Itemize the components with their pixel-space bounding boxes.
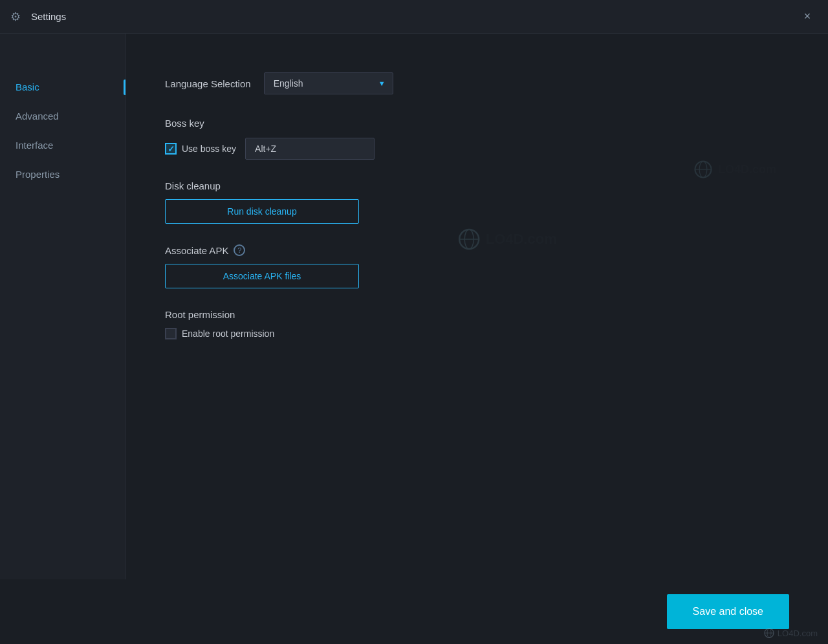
language-select-wrapper: English Chinese Spanish French German Ja… <box>264 72 393 94</box>
content-area: Language Selection English Chinese Spani… <box>126 34 828 644</box>
root-permission-checkbox[interactable] <box>165 328 177 339</box>
boss-key-title: Boss key <box>165 118 204 129</box>
svg-point-4 <box>699 162 707 178</box>
language-row: Language Selection English Chinese Spani… <box>165 72 789 94</box>
root-permission-title: Root permission <box>165 309 789 320</box>
associate-apk-button[interactable]: Associate APK files <box>165 264 359 288</box>
boss-key-header: Boss key <box>165 118 789 129</box>
close-button[interactable]: × <box>797 6 818 27</box>
associate-apk-section: Associate APK ? Associate APK files <box>165 244 789 288</box>
apk-title: Associate APK ? <box>165 244 789 256</box>
disk-cleanup-title: Disk cleanup <box>165 180 789 191</box>
apk-help-icon[interactable]: ? <box>234 244 245 256</box>
language-select[interactable]: English Chinese Spanish French German Ja… <box>264 72 393 94</box>
root-permission-section: Root permission Enable root permission <box>165 309 789 339</box>
root-permission-checkbox-label[interactable]: Enable root permission <box>165 328 789 339</box>
boss-key-input[interactable] <box>245 138 375 160</box>
settings-icon: ⚙ <box>10 10 25 24</box>
language-label: Language Selection <box>165 78 251 89</box>
sidebar: Basic Advanced Interface Properties <box>0 34 126 644</box>
sidebar-item-properties[interactable]: Properties <box>0 160 125 189</box>
sidebar-item-interface[interactable]: Interface <box>0 131 125 160</box>
sidebar-item-basic[interactable]: Basic <box>0 72 125 102</box>
boss-key-row: Use boss key <box>165 138 789 160</box>
main-container: Basic Advanced Interface Properties Lang… <box>0 34 828 644</box>
bottom-bar: Save and close <box>0 579 828 644</box>
watermark-right: LO4D.com <box>693 160 776 179</box>
root-permission-checkbox-text: Enable root permission <box>182 328 274 339</box>
sidebar-item-advanced[interactable]: Advanced <box>0 102 125 131</box>
run-disk-cleanup-button[interactable]: Run disk cleanup <box>165 199 359 224</box>
boss-key-checkbox[interactable] <box>165 143 177 155</box>
save-and-close-button[interactable]: Save and close <box>667 594 789 629</box>
title-bar: ⚙ Settings × <box>0 0 828 34</box>
boss-key-checkbox-label[interactable]: Use boss key <box>165 143 236 155</box>
svg-point-3 <box>695 162 711 178</box>
window-title: Settings <box>31 11 797 22</box>
disk-cleanup-section: Disk cleanup Run disk cleanup <box>165 180 789 224</box>
boss-key-checkbox-text: Use boss key <box>182 144 236 154</box>
boss-key-section: Boss key Use boss key <box>165 118 789 160</box>
